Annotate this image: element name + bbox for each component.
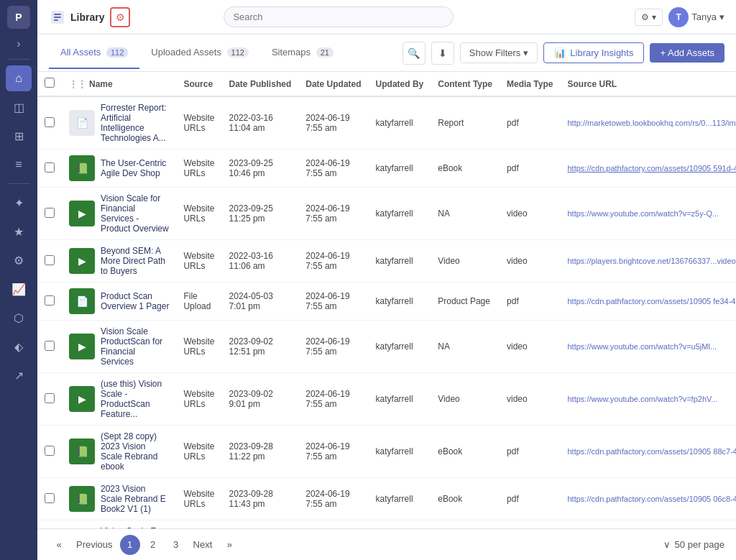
row-date-published: 2023-09-02 12:51 pm [222, 321, 299, 373]
sidebar-item-content[interactable]: ≡ [6, 152, 32, 178]
row-checkbox-cell [37, 373, 62, 426]
user-menu[interactable]: T Tanya ▾ [668, 7, 724, 27]
sidebar-item-link[interactable]: ⬡ [6, 305, 32, 331]
col-name: ⋮⋮Name [62, 72, 176, 96]
library-insights-button[interactable]: 📊 Library Insights [543, 42, 644, 63]
sidebar-item-settings[interactable]: ⚙ [6, 247, 32, 273]
sidebar-item-bookmark[interactable]: ⬖ [6, 334, 32, 359]
row-checkbox[interactable] [45, 162, 55, 173]
sidebar-item-star[interactable]: ★ [6, 219, 32, 244]
col-updated-by: Updated By [369, 72, 431, 96]
page-2-button[interactable]: 2 [143, 535, 163, 555]
source-url-value: http://marketoweb.lookbookhq.com/rs/0...… [568, 119, 737, 127]
user-name: Tanya [691, 12, 717, 22]
row-date-updated: 2024-06-19 7:55 am [298, 478, 368, 520]
row-updated-by: katyfarrell [369, 426, 431, 478]
row-media-type: pdf [500, 96, 560, 150]
select-all-checkbox[interactable] [45, 78, 55, 88]
row-checkbox[interactable] [45, 493, 55, 503]
source-url-value: https://players.brightcove.net/136766337… [568, 257, 737, 265]
svg-rect-1 [54, 14, 61, 15]
first-page-button[interactable]: « [49, 535, 69, 555]
asset-thumbnail: 📗 [69, 439, 95, 464]
row-date-published: 2023-09-28 11:49 pm [222, 520, 299, 529]
row-updated-by: katyfarrell [369, 283, 431, 321]
next-page-button[interactable]: Next [189, 535, 217, 555]
row-date-updated: 2024-06-19 7:55 am [298, 150, 368, 188]
row-media-type: pdf [500, 478, 560, 520]
sidebar-item-analytics[interactable]: ◫ [6, 94, 32, 120]
tabs-container: All Assets 112 Uploaded Assets 112 Sitem… [49, 37, 402, 69]
row-date-updated: 2024-06-19 7:55 am [298, 321, 368, 373]
tab-uploaded-assets[interactable]: Uploaded Assets 112 [139, 37, 260, 69]
source-url-value: https://cdn.pathfactory.com/assets/10905… [568, 164, 737, 173]
row-source-url: https://cdn.pathfactory.com/assets/10905… [561, 478, 737, 520]
previous-page-button[interactable]: Previous [72, 535, 117, 555]
page-3-button[interactable]: 3 [166, 535, 186, 555]
col-source-url: Source URL [561, 72, 737, 96]
row-checkbox-cell [37, 520, 62, 529]
source-url-value: https://cdn.pathfactory.com/assets/10905… [568, 297, 737, 306]
row-source: Website URLs [176, 321, 221, 373]
row-media-type: video [500, 373, 560, 426]
col-source: Source [176, 72, 221, 96]
asset-name: Vision Scale ProductScan for Financial S… [101, 326, 169, 367]
row-media-type: pdf [500, 520, 560, 529]
sidebar-expand-icon[interactable]: › [14, 35, 23, 53]
row-date-updated: 2024-06-19 7:55 am [298, 426, 368, 478]
row-content-type: eBook [431, 426, 500, 478]
settings-icon: ⚙ [641, 12, 649, 22]
row-checkbox[interactable] [45, 295, 55, 306]
download-button[interactable]: ⬇ [431, 42, 454, 65]
table-row: ▶ Vision Scale ProductScan for Financial… [37, 321, 736, 373]
topbar-settings-button[interactable]: ⚙ ▾ [635, 9, 663, 26]
row-checkbox[interactable] [45, 208, 55, 218]
row-source-url: https://www.youtube.com/watch?v=fp2hV... [561, 373, 737, 426]
add-assets-button[interactable]: + Add Assets [650, 43, 724, 63]
show-filters-button[interactable]: Show Filters ▾ [460, 42, 538, 63]
sidebar-item-chart[interactable]: 📈 [6, 276, 32, 302]
table-row: 📗 (Sept 28 copy) 2023 Vision Scale Rebra… [37, 426, 736, 478]
col-date-updated: Date Updated [298, 72, 368, 96]
table-row: 📗 2023 Vision Scale Rebrand E Book2 V1 (… [37, 478, 736, 520]
last-page-button[interactable]: » [219, 535, 239, 555]
row-content-type: NA [431, 321, 500, 373]
row-checkbox[interactable] [45, 341, 55, 351]
search-input[interactable] [224, 6, 454, 27]
page-1-button[interactable]: 1 [120, 535, 140, 555]
row-media-type: pdf [500, 150, 560, 188]
row-date-updated: 2024-06-19 7:55 am [298, 283, 368, 321]
row-checkbox[interactable] [45, 117, 55, 127]
col-date-published: Date Published [222, 72, 299, 96]
row-checkbox[interactable] [45, 255, 55, 265]
asset-thumbnail: ▶ [69, 334, 95, 359]
gear-settings-button[interactable]: ⚙ [110, 7, 130, 27]
row-date-published: 2023-09-02 9:01 pm [222, 373, 299, 426]
sidebar-divider-1 [7, 59, 30, 60]
col-drag-name: ⋮⋮ [69, 79, 86, 89]
row-checkbox-cell [37, 240, 62, 283]
source-url-value: https://www.youtube.com/watch?v=u5jMl... [568, 342, 717, 351]
row-media-type: pdf [500, 283, 560, 321]
tab-all-assets[interactable]: All Assets 112 [49, 37, 139, 69]
uploaded-assets-count: 112 [227, 47, 249, 58]
row-content-type: Product Page [431, 283, 500, 321]
sidebar-item-home[interactable]: ⌂ [6, 65, 32, 91]
sidebar-item-tools[interactable]: ✦ [6, 190, 32, 216]
sidebar-item-arrow[interactable]: ↗ [6, 362, 32, 388]
asset-thumbnail: 📄 [69, 110, 95, 136]
row-checkbox[interactable] [45, 446, 55, 456]
row-media-type: pdf [500, 426, 560, 478]
all-assets-count: 112 [106, 47, 128, 58]
col-media-type: Media Type [500, 72, 560, 96]
row-name-cell: 📄 Product Scan Overview 1 Pager [62, 283, 176, 321]
asset-thumbnail: 📗 [69, 155, 95, 181]
row-name-cell: ▶ Beyond SEM: A More Direct Path to Buye… [62, 240, 176, 283]
sidebar-item-grid[interactable]: ⊞ [6, 123, 32, 149]
tab-sitemaps[interactable]: Sitemaps 21 [260, 37, 345, 69]
row-content-type: eBook [431, 478, 500, 520]
search-button[interactable]: 🔍 [402, 42, 426, 65]
asset-thumbnail: ▶ [69, 201, 95, 226]
row-checkbox[interactable] [45, 393, 55, 403]
search-container [224, 6, 454, 27]
